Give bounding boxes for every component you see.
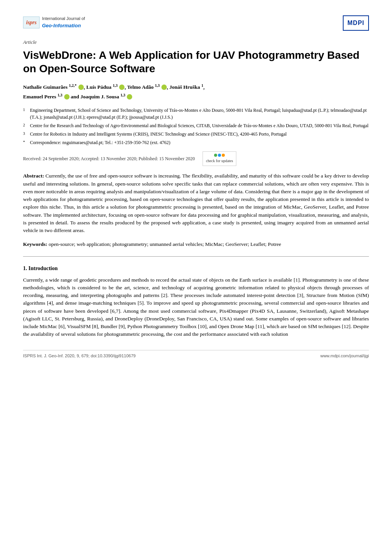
orcid-icon-3 — [161, 85, 167, 90]
affiliation-2-text: Centre for the Research and Technology o… — [30, 122, 369, 129]
abstract-section: Abstract: Currently, the use of free and… — [23, 172, 369, 234]
abstract-body: Currently, the use of free and open-sour… — [23, 173, 369, 233]
dot-blue — [218, 154, 221, 157]
affiliation-3: 3 Centre for Robotics in Industry and In… — [23, 131, 369, 138]
correspondence-text: Correspondence: nsguimaraes@utad.pt; Tel… — [30, 139, 170, 146]
received-dates-row: Received: 24 September 2020; Accepted: 1… — [23, 151, 369, 166]
page-footer: ISPRS Int. J. Geo-Inf. 2020, 9, 679; doi… — [23, 350, 369, 359]
keywords-text: open-source; web application; photogramm… — [48, 241, 281, 247]
author-4: Jonáš Hruška 1 — [169, 84, 203, 90]
check-updates-icon — [214, 154, 225, 157]
check-updates-label: check for updates — [206, 158, 233, 164]
affiliation-1-text: Engineering Department, School of Scienc… — [30, 107, 369, 121]
author-5: Emanuel Peres 1,3 — [23, 94, 62, 100]
isprs-logo: isprs International Journal of Geo-Infor… — [23, 15, 85, 29]
affiliation-2: 2 Centre for the Research and Technology… — [23, 122, 369, 129]
intro-paragraph-1: Currently, a wide range of geodetic proc… — [23, 276, 369, 338]
correspondence: * Correspondence: nsguimaraes@utad.pt; T… — [23, 139, 369, 146]
isprs-logo-box: isprs — [23, 17, 40, 28]
check-updates-badge: check for updates — [203, 151, 237, 166]
orcid-icon-2 — [119, 85, 125, 90]
dot-green — [214, 154, 217, 157]
section-num: 1. — [23, 265, 27, 271]
author-1: Nathalie Guimarães 1,2,* — [23, 84, 76, 90]
keywords-section: Keywords: open-source; web application; … — [23, 241, 369, 248]
abstract-label: Abstract: — [23, 173, 44, 179]
journal-branding: isprs International Journal of Geo-Infor… — [23, 15, 85, 29]
orcid-icon-4 — [64, 94, 70, 100]
section-heading-intro: 1. Introduction — [23, 264, 369, 272]
mdpi-logo: MDPI — [343, 15, 369, 31]
journal-name-line2: Geo-Information — [42, 22, 85, 30]
journal-name: International Journal of Geo-Information — [42, 15, 85, 29]
abstract-text: Abstract: Currently, the use of free and… — [23, 172, 369, 234]
authors-block: Nathalie Guimarães 1,2,* , Luís Pádua 1,… — [23, 82, 369, 102]
author-3: Telmo Adão 1,3 — [127, 84, 160, 90]
article-type-label: Article — [23, 38, 369, 46]
keywords-label: Keywords: — [23, 241, 47, 247]
author-connector: and Joaquim J. Sousa 1,3 — [71, 94, 125, 100]
section-divider — [23, 256, 369, 257]
page-header: isprs International Journal of Geo-Infor… — [23, 15, 369, 31]
affiliation-1: 1 Engineering Department, School of Scie… — [23, 107, 369, 121]
footer-url: www.mdpi.com/journal/ijgi — [320, 353, 369, 359]
orcid-icon-1 — [78, 85, 84, 90]
affiliations-block: 1 Engineering Department, School of Scie… — [23, 107, 369, 146]
introduction-section: 1. Introduction Currently, a wide range … — [23, 264, 369, 338]
footer-doi: ISPRS Int. J. Geo-Inf. 2020, 9, 679; doi… — [23, 353, 136, 359]
orcid-icon-5 — [127, 94, 132, 100]
journal-name-line1: International Journal of — [42, 15, 85, 22]
affiliation-3-text: Centre for Robotics in Industry and Inte… — [30, 131, 287, 138]
article-title: VisWebDrone: A Web Application for UAV P… — [23, 48, 369, 75]
author-2: Luís Pádua 1,3 — [86, 84, 118, 90]
section-title: Introduction — [28, 265, 58, 271]
dot-orange — [222, 154, 225, 157]
received-dates-text: Received: 24 September 2020; Accepted: 1… — [23, 155, 195, 162]
